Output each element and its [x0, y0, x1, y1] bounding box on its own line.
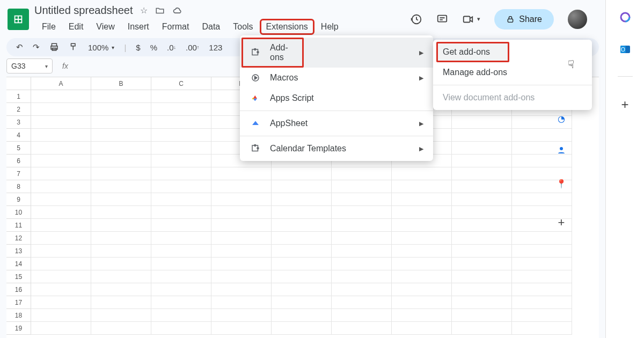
menu-extensions[interactable]: Extensions [261, 20, 313, 34]
cell[interactable] [151, 142, 211, 155]
currency-icon[interactable]: $ [136, 43, 140, 52]
cell[interactable] [332, 309, 392, 322]
row-header[interactable]: 16 [6, 283, 31, 296]
cell[interactable] [31, 219, 91, 232]
cell[interactable] [91, 309, 151, 322]
ext-item-add-ons[interactable]: Add-ons [241, 38, 304, 68]
number-format-icon[interactable]: 123 [209, 43, 222, 52]
cell[interactable] [31, 180, 91, 193]
cell[interactable] [31, 103, 91, 116]
cell[interactable] [211, 258, 272, 270]
addons-item-get-add-ons[interactable]: Get add-ons [436, 42, 509, 62]
cell[interactable] [211, 245, 272, 258]
menu-file[interactable]: File [36, 20, 61, 34]
cell[interactable] [91, 206, 151, 219]
history-icon[interactable] [411, 13, 422, 25]
cell[interactable] [211, 296, 272, 309]
add-app-icon[interactable]: + [621, 97, 628, 112]
undo-icon[interactable]: ↶ [16, 42, 23, 52]
cell[interactable] [332, 180, 392, 193]
row-header[interactable]: 1 [6, 90, 31, 103]
cell[interactable] [91, 245, 151, 258]
cell[interactable] [31, 283, 91, 296]
row-header[interactable]: 18 [6, 309, 31, 322]
cell[interactable] [452, 167, 512, 180]
cell[interactable] [452, 142, 512, 155]
row-header[interactable]: 9 [6, 193, 31, 206]
cell[interactable] [211, 322, 272, 335]
cell[interactable] [91, 322, 151, 335]
cell[interactable] [151, 167, 211, 180]
meet-icon[interactable]: ▾ [462, 13, 480, 25]
cell[interactable] [91, 167, 151, 180]
cell[interactable] [452, 232, 512, 245]
cell[interactable] [211, 270, 272, 283]
cell[interactable] [272, 283, 332, 296]
cell[interactable] [332, 206, 392, 219]
cell[interactable] [211, 206, 272, 219]
cell[interactable] [211, 283, 272, 296]
cell[interactable] [31, 309, 91, 322]
menu-edit[interactable]: Edit [63, 20, 89, 34]
menu-data[interactable]: Data [196, 20, 225, 34]
cell[interactable] [392, 309, 452, 322]
row-header[interactable]: 17 [6, 296, 31, 309]
cell[interactable] [452, 258, 512, 270]
row-header[interactable]: 8 [6, 180, 31, 193]
cell[interactable] [31, 258, 91, 270]
cell[interactable] [392, 180, 452, 193]
menu-help[interactable]: Help [316, 20, 344, 34]
cell[interactable] [392, 232, 452, 245]
cell[interactable] [272, 270, 332, 283]
cell[interactable] [452, 283, 512, 296]
cell[interactable] [31, 129, 91, 142]
cell[interactable] [452, 155, 512, 167]
cell[interactable] [31, 155, 91, 167]
cell[interactable] [91, 219, 151, 232]
col-header[interactable]: A [31, 77, 91, 90]
cell[interactable] [31, 142, 91, 155]
cell[interactable] [151, 309, 211, 322]
cell[interactable] [151, 155, 211, 167]
maps-icon[interactable]: 📍 [556, 179, 567, 189]
move-folder-icon[interactable] [155, 6, 165, 16]
cell[interactable] [452, 116, 512, 129]
select-all-corner[interactable] [6, 77, 31, 90]
cell[interactable] [31, 270, 91, 283]
tasks-icon[interactable]: ◔ [556, 114, 567, 124]
cell[interactable] [332, 193, 392, 206]
cell[interactable] [272, 167, 332, 180]
cell[interactable] [151, 206, 211, 219]
row-header[interactable]: 15 [6, 270, 31, 283]
zoom-dropdown[interactable]: 100%▾ [88, 43, 114, 52]
col-header[interactable]: C [151, 77, 211, 90]
cell[interactable] [151, 219, 211, 232]
cell[interactable] [151, 283, 211, 296]
cell[interactable] [91, 232, 151, 245]
cell[interactable] [151, 232, 211, 245]
cell[interactable] [332, 167, 392, 180]
cell[interactable] [272, 193, 332, 206]
name-box[interactable]: G33▾ [6, 58, 53, 74]
cell[interactable] [272, 232, 332, 245]
cell[interactable] [31, 296, 91, 309]
cell[interactable] [91, 270, 151, 283]
outlook-icon[interactable]: O [619, 43, 632, 56]
row-header[interactable]: 6 [6, 155, 31, 167]
cell[interactable] [392, 283, 452, 296]
cell[interactable] [151, 116, 211, 129]
cell[interactable] [452, 193, 512, 206]
cell[interactable] [272, 322, 332, 335]
cell[interactable] [211, 219, 272, 232]
cell[interactable] [31, 206, 91, 219]
cell[interactable] [91, 296, 151, 309]
percent-icon[interactable]: % [150, 43, 157, 52]
redo-icon[interactable]: ↷ [33, 42, 40, 52]
row-header[interactable]: 7 [6, 167, 31, 180]
print-icon[interactable] [49, 42, 59, 52]
account-avatar[interactable] [568, 10, 587, 29]
cell[interactable] [151, 193, 211, 206]
cell[interactable] [392, 206, 452, 219]
star-icon[interactable]: ☆ [140, 5, 148, 16]
menu-insert[interactable]: Insert [122, 20, 155, 34]
